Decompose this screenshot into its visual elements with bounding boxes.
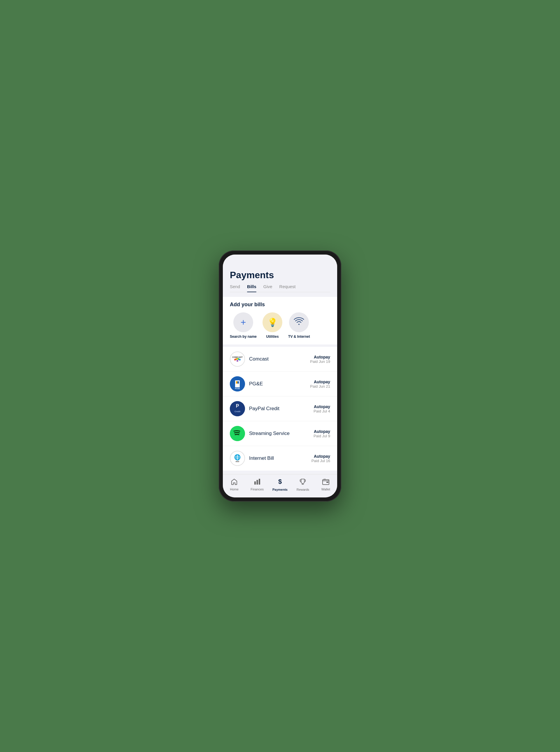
comcast-logo: COMCAST [230,351,245,367]
comcast-autopay-date: Paid Jun 19 [310,359,330,364]
bill-item-paypal[interactable]: P Credit PayPal Credit Autopay Paid Jul … [223,397,337,421]
svg-point-17 [231,452,244,465]
category-utilities[interactable]: 💡 Utilities [262,312,282,339]
utilities-label: Utilities [266,334,279,339]
pge-autopay-date: Paid Jun 21 [310,384,330,389]
finances-label: Finances [251,487,264,491]
svg-rect-31 [326,482,328,483]
streaming-name: Streaming Service [249,430,314,437]
page-title: Payments [230,270,330,281]
tab-bills[interactable]: Bills [247,284,256,292]
svg-rect-25 [256,480,258,485]
streaming-autopay-label: Autopay [314,429,330,434]
nav-payments[interactable]: $ Payments [268,478,292,491]
att-name: Internet Bill [249,456,312,461]
svg-text:Credit: Credit [235,410,241,412]
nav-rewards[interactable]: Rewards [292,478,314,491]
comcast-autopay: Autopay Paid Jun 19 [310,355,330,364]
svg-rect-11 [237,381,239,384]
tab-send[interactable]: Send [230,284,240,292]
bills-section: Add your bills + Search by name � [223,297,337,345]
svg-rect-24 [254,481,256,485]
header: Payments Send Bills Give Request [223,267,337,292]
category-icons-container: + Search by name 💡 Utilities [223,310,337,345]
paypal-autopay-label: Autopay [314,404,330,409]
payments-label: Payments [273,488,287,491]
comcast-name: Comcast [249,356,310,362]
streaming-autopay-date: Paid Jul 9 [314,434,330,438]
nav-finances[interactable]: Finances [245,479,268,491]
svg-text:at&t: at&t [236,460,239,462]
section-divider [223,345,337,347]
trophy-icon [300,478,306,487]
paypal-autopay: Autopay Paid Jul 4 [314,404,330,413]
streaming-autopay: Autopay Paid Jul 9 [314,429,330,438]
home-icon [231,479,238,487]
bar-chart-icon [254,479,260,487]
pge-logo: PG&E [230,376,245,391]
tabs-container: Send Bills Give Request [230,284,330,292]
status-bar [223,254,337,267]
att-autopay: Autopay Paid Jul 16 [312,454,330,463]
bill-item-streaming[interactable]: Streaming Service Autopay Paid Jul 9 [223,421,337,446]
svg-point-6 [239,359,241,361]
svg-point-7 [237,360,238,362]
search-circle: + [233,312,253,332]
phone-frame: Payments Send Bills Give Request Add you… [219,250,341,502]
tv-label: TV & Internet [288,334,310,339]
wifi-icon [294,317,304,328]
tab-give[interactable]: Give [263,284,273,292]
main-scroll: Add your bills + Search by name � [223,292,337,474]
pge-name: PG&E [249,381,310,387]
svg-point-16 [230,426,245,441]
svg-rect-26 [259,479,260,485]
bill-item-pge[interactable]: PG&E PG&E Autopay Paid Jun 21 [223,372,337,397]
svg-text:COMCAST: COMCAST [232,356,243,358]
att-autopay-date: Paid Jul 16 [312,459,330,463]
nav-wallet[interactable]: Wallet [315,479,337,491]
wallet-label: Wallet [321,487,330,491]
bills-list: COMCAST Comcast [223,347,337,470]
bills-section-header: Add your bills [223,297,337,310]
svg-rect-10 [236,381,237,384]
dollar-icon: $ [277,478,283,487]
tv-circle [289,312,309,332]
search-label: Search by name [230,334,257,339]
paypal-name: PayPal Credit [249,406,314,411]
comcast-autopay-label: Autopay [310,355,330,359]
app-content: Payments Send Bills Give Request Add you… [223,267,337,498]
utilities-circle: 💡 [262,312,282,332]
att-logo: at&t [230,451,245,466]
plus-icon: + [241,317,246,327]
bottom-nav: Home Finances $ [223,474,337,498]
rewards-label: Rewards [297,488,309,491]
tab-request[interactable]: Request [279,284,296,292]
streaming-logo [230,426,245,441]
category-search[interactable]: + Search by name [230,312,257,339]
category-tv-internet[interactable]: TV & Internet [288,312,310,339]
paypal-logo: P Credit [230,401,245,416]
svg-text:$: $ [278,478,282,485]
nav-home[interactable]: Home [223,479,245,491]
bulb-icon: 💡 [267,317,278,327]
wallet-icon [322,479,329,487]
bottom-spacer [223,470,337,474]
pge-autopay: Autopay Paid Jun 21 [310,380,330,389]
pge-autopay-label: Autopay [310,380,330,384]
phone-screen: Payments Send Bills Give Request Add you… [223,254,337,498]
svg-text:P: P [236,403,239,408]
att-autopay-label: Autopay [312,454,330,459]
paypal-autopay-date: Paid Jul 4 [314,409,330,413]
svg-text:PG&E: PG&E [235,388,240,389]
bill-item-att[interactable]: at&t Internet Bill Autopay Paid Jul 16 [223,446,337,470]
bill-item-comcast[interactable]: COMCAST Comcast [223,347,337,372]
home-label: Home [230,487,239,491]
